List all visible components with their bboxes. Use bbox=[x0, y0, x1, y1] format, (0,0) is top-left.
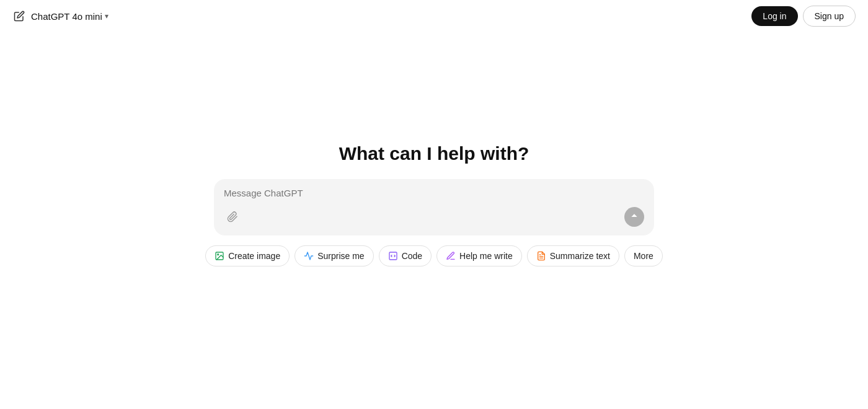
model-name-label: ChatGPT 4o mini bbox=[31, 11, 102, 22]
help-me-write-icon bbox=[446, 251, 456, 261]
svg-rect-2 bbox=[389, 252, 397, 260]
header-right: Log in Sign up bbox=[751, 6, 856, 27]
summarize-text-button[interactable]: Summarize text bbox=[527, 245, 619, 266]
summarize-text-icon bbox=[536, 251, 546, 261]
create-image-icon bbox=[215, 251, 224, 261]
quick-actions: Create image Surprise me Code bbox=[205, 245, 663, 266]
header-left: ChatGPT 4o mini ▾ bbox=[12, 9, 108, 23]
help-me-write-label: Help me write bbox=[459, 251, 513, 261]
attach-button[interactable] bbox=[224, 208, 241, 226]
main-content: What can I help with? bbox=[0, 0, 868, 409]
page-headline: What can I help with? bbox=[339, 143, 529, 164]
code-label: Code bbox=[402, 251, 422, 261]
help-me-write-button[interactable]: Help me write bbox=[436, 245, 522, 266]
header: ChatGPT 4o mini ▾ Log in Sign up bbox=[0, 0, 868, 32]
create-image-label: Create image bbox=[228, 251, 280, 261]
code-icon bbox=[388, 251, 398, 261]
surprise-me-icon bbox=[304, 251, 314, 261]
chat-input-container bbox=[214, 179, 654, 235]
send-button[interactable] bbox=[624, 207, 644, 227]
signup-button[interactable]: Sign up bbox=[803, 6, 856, 27]
more-button[interactable]: More bbox=[624, 245, 663, 266]
surprise-me-button[interactable]: Surprise me bbox=[294, 245, 373, 266]
summarize-text-label: Summarize text bbox=[550, 251, 610, 261]
more-label: More bbox=[634, 251, 653, 261]
edit-icon[interactable] bbox=[12, 9, 26, 23]
create-image-button[interactable]: Create image bbox=[205, 245, 290, 266]
surprise-me-label: Surprise me bbox=[317, 251, 364, 261]
login-button[interactable]: Log in bbox=[751, 6, 797, 26]
model-selector[interactable]: ChatGPT 4o mini ▾ bbox=[31, 11, 108, 22]
code-button[interactable]: Code bbox=[379, 245, 432, 266]
chevron-down-icon: ▾ bbox=[105, 12, 108, 20]
svg-point-1 bbox=[218, 253, 219, 255]
chat-input[interactable] bbox=[224, 188, 644, 198]
chat-input-toolbar bbox=[224, 207, 644, 227]
